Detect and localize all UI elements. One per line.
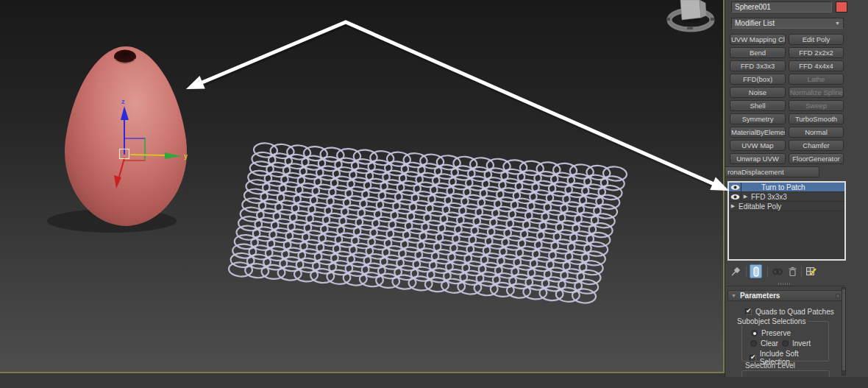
gizmo-y-label: y [184,152,188,160]
rollout-pin-icon [836,294,840,298]
parameters-rollout-header[interactable]: ▼ Parameters [728,290,844,301]
stack-row-label: Turn to Patch [760,183,805,191]
command-panel: Modifier List ▼ UVW Mapping ClearEdit Po… [725,0,868,377]
modifier-button-uvw-mapping-clear[interactable]: UVW Mapping Clear [730,34,786,45]
show-end-result-icon[interactable] [750,264,762,278]
pin-stack-icon[interactable] [730,265,741,278]
stack-row-editable-poly[interactable]: ▶Editable Poly [729,202,844,211]
preserve-radio-label: Preserve [761,329,791,337]
rollout-title: Parameters [740,292,780,300]
egg-object[interactable] [65,46,187,226]
modifier-button-materialbyelement[interactable]: MaterialByElement [730,127,786,138]
clear-radio-row: Clear [750,339,778,348]
selection-level-label: Selection Level [745,361,795,370]
configure-modifier-sets-icon[interactable] [805,265,817,278]
modifier-button-turbosmooth[interactable]: TurboSmooth [789,113,844,124]
expand-arrow-icon[interactable]: ▶ [729,203,737,209]
stack-row-ffd-3x3x3[interactable]: ▶FFD 3x3x3 [729,192,844,202]
modifier-button-bend[interactable]: Bend [730,47,786,58]
object-name-input[interactable] [731,1,832,13]
gizmo-z-label: z [121,98,125,105]
modifier-button-lathe: Lathe [789,74,844,85]
chevron-down-icon: ▼ [835,21,840,26]
stack-row-label: Editable Poly [737,202,781,211]
modifier-button-normalize-spline: Normalize Spline [789,87,844,98]
modifier-button-normal[interactable]: Normal [789,127,844,138]
modifier-button-ffd-3x3x3[interactable]: FFD 3x3x3 [730,60,786,71]
clear-radio-label: Clear [761,339,778,348]
modifier-buttons-grid: UVW Mapping ClearEdit PolyBendFFD 2x2x2F… [730,34,844,164]
preserve-radio-row: Preserve [751,329,791,337]
panel-scrollbar[interactable] [842,287,846,375]
modifier-button-sweep: Sweep [789,100,844,111]
modifier-button-noise[interactable]: Noise [730,87,786,98]
patch-grid-object[interactable] [228,142,627,303]
modifier-list-label: Modifier List [735,19,775,27]
modifier-button-chamfer[interactable]: Chamfer [789,140,844,151]
clear-radio[interactable] [750,340,757,347]
selection-level-box [741,370,830,377]
subobject-selections-group: Subobject Selections Preserve Clear Inve… [741,321,829,361]
remove-modifier-icon[interactable] [786,265,798,278]
modifier-button-floorgenerator[interactable]: FloorGenerator [789,153,844,164]
group-title: Subobject Selections [735,317,808,325]
modifier-button-ffd-box[interactable]: FFD(box) [730,74,786,85]
3dsmax-window: z y [0,0,868,388]
modifier-stack: Turn to Patch▶FFD 3x3x3▶Editable Poly [728,181,846,261]
quads-to-quad-patches-row: ✔ Quads to Quad Patches [745,308,834,316]
stack-row-label: FFD 3x3x3 [750,193,787,201]
perspective-viewport[interactable]: z y [0,0,725,373]
modifier-list-dropdown[interactable]: Modifier List ▼ [731,18,844,29]
quads-checkbox-label: Quads to Quad Patches [755,308,834,316]
stack-toolbar [725,264,847,280]
make-unique-icon[interactable] [772,265,783,278]
invert-radio-label: Invert [792,339,811,348]
modifier-button-unwrap-uvw[interactable]: Unwrap UVW [730,153,786,164]
modifier-button-ffd-2x2x2[interactable]: FFD 2x2x2 [789,47,844,58]
expand-arrow-icon[interactable]: ▶ [741,194,750,200]
viewcube[interactable] [666,0,714,29]
modifier-button-uvw-map[interactable]: UVW Map [730,140,786,151]
invert-radio[interactable] [782,340,789,347]
panel-resize-grip[interactable] [778,283,790,285]
panel-scrollbar-thumb[interactable] [842,289,845,370]
visibility-eye-icon[interactable] [729,192,741,202]
gizmo-y-axis [131,155,166,155]
stack-row-turn-to-patch[interactable]: Turn to Patch [729,183,844,192]
modifier-button-ffd-4x4x4[interactable]: FFD 4x4x4 [789,60,844,71]
rollout-divider [727,286,844,286]
quads-checkbox[interactable]: ✔ [745,308,752,315]
rollout-collapse-icon: ▼ [731,293,736,298]
soft-selection-checkbox[interactable]: ✔ [750,355,756,361]
modifier-button-edit-poly[interactable]: Edit Poly [789,34,844,45]
modifier-button-shell[interactable]: Shell [730,100,786,111]
modifier-button-corona-displacement[interactable]: ronaDisplacement [725,166,819,177]
preserve-radio[interactable] [751,330,758,336]
visibility-eye-icon[interactable] [729,183,741,192]
modifier-button-symmetry[interactable]: Symmetry [730,113,786,124]
object-color-swatch[interactable] [836,1,847,13]
invert-radio-row: Invert [782,339,811,348]
